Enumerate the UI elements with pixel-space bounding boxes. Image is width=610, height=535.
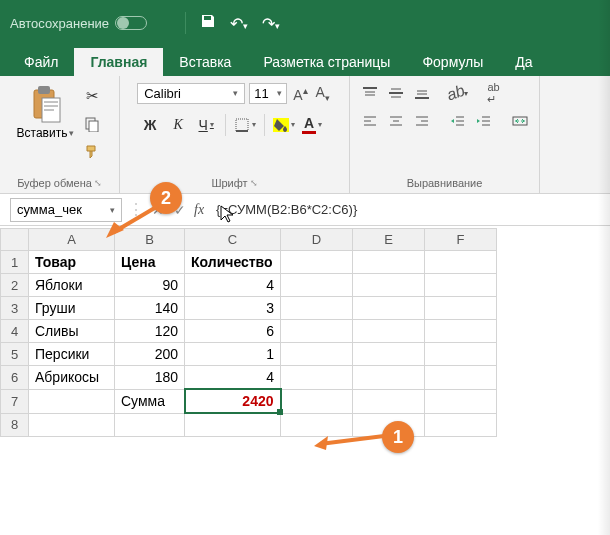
cell-C8[interactable] bbox=[185, 413, 281, 436]
col-header-C[interactable]: C bbox=[185, 229, 281, 251]
cell-C3[interactable]: 3 bbox=[185, 297, 281, 320]
border-button[interactable]: ▾ bbox=[232, 113, 258, 137]
cell-B8[interactable] bbox=[115, 413, 185, 436]
cell-F6[interactable] bbox=[425, 366, 497, 390]
dialog-launcher-icon[interactable]: ⤡ bbox=[250, 178, 258, 188]
tab-file[interactable]: Файл bbox=[8, 48, 74, 76]
cell-A5[interactable]: Персики bbox=[29, 343, 115, 366]
cell-C7[interactable]: 2420 bbox=[185, 389, 281, 413]
align-top-icon[interactable] bbox=[358, 82, 382, 104]
increase-indent-icon[interactable] bbox=[472, 110, 496, 132]
cell-B2[interactable]: 90 bbox=[115, 274, 185, 297]
row-header-5[interactable]: 5 bbox=[1, 343, 29, 366]
row-header-6[interactable]: 6 bbox=[1, 366, 29, 390]
font-size-select[interactable]: 11▾ bbox=[249, 83, 287, 104]
row-header-7[interactable]: 7 bbox=[1, 389, 29, 413]
cell-D6[interactable] bbox=[281, 366, 353, 390]
underline-button[interactable]: Ч▾ bbox=[193, 113, 219, 137]
cell-B5[interactable]: 200 bbox=[115, 343, 185, 366]
cell-F8[interactable] bbox=[425, 413, 497, 436]
cell-A6[interactable]: Абрикосы bbox=[29, 366, 115, 390]
bold-button[interactable]: Ж bbox=[137, 113, 163, 137]
cell-E2[interactable] bbox=[353, 274, 425, 297]
cell-A3[interactable]: Груши bbox=[29, 297, 115, 320]
cell-C2[interactable]: 4 bbox=[185, 274, 281, 297]
tab-data[interactable]: Да bbox=[499, 48, 548, 76]
cell-D7[interactable] bbox=[281, 389, 353, 413]
decrease-font-icon[interactable]: A▾ bbox=[314, 82, 332, 105]
formula-input[interactable]: {=СУММ(B2:B6*C2:C6)} bbox=[212, 200, 610, 219]
cell-D2[interactable] bbox=[281, 274, 353, 297]
tab-page-layout[interactable]: Разметка страницы bbox=[247, 48, 406, 76]
cell-B1[interactable]: Цена bbox=[115, 251, 185, 274]
align-middle-icon[interactable] bbox=[384, 82, 408, 104]
cell-E4[interactable] bbox=[353, 320, 425, 343]
cell-B6[interactable]: 180 bbox=[115, 366, 185, 390]
tab-home[interactable]: Главная bbox=[74, 48, 163, 76]
cell-A4[interactable]: Сливы bbox=[29, 320, 115, 343]
italic-button[interactable]: К bbox=[165, 113, 191, 137]
undo-icon[interactable]: ↶▾ bbox=[230, 14, 248, 33]
row-header-2[interactable]: 2 bbox=[1, 274, 29, 297]
align-left-icon[interactable] bbox=[358, 110, 382, 132]
cell-C1[interactable]: Количество bbox=[185, 251, 281, 274]
cell-E6[interactable] bbox=[353, 366, 425, 390]
autosave-toggle[interactable]: Автосохранение bbox=[10, 16, 147, 31]
merge-icon[interactable] bbox=[508, 110, 532, 132]
row-header-1[interactable]: 1 bbox=[1, 251, 29, 274]
cell-A8[interactable] bbox=[29, 413, 115, 436]
fx-icon[interactable]: fx bbox=[194, 202, 204, 218]
increase-font-icon[interactable]: A▴ bbox=[291, 83, 309, 105]
tab-insert[interactable]: Вставка bbox=[163, 48, 247, 76]
align-bottom-icon[interactable] bbox=[410, 82, 434, 104]
dialog-launcher-icon[interactable]: ⤡ bbox=[94, 178, 102, 188]
cut-icon[interactable]: ✂ bbox=[80, 84, 104, 108]
col-header-D[interactable]: D bbox=[281, 229, 353, 251]
cell-D5[interactable] bbox=[281, 343, 353, 366]
cell-B3[interactable]: 140 bbox=[115, 297, 185, 320]
decrease-indent-icon[interactable] bbox=[446, 110, 470, 132]
font-name-select[interactable]: Calibri▾ bbox=[137, 83, 245, 104]
tab-formulas[interactable]: Формулы bbox=[406, 48, 499, 76]
cell-C6[interactable]: 4 bbox=[185, 366, 281, 390]
cell-D3[interactable] bbox=[281, 297, 353, 320]
cell-F4[interactable] bbox=[425, 320, 497, 343]
spreadsheet-grid[interactable]: ABCDEF1ТоварЦенаКоличество2Яблоки9043Гру… bbox=[0, 228, 497, 437]
cell-A2[interactable]: Яблоки bbox=[29, 274, 115, 297]
cell-A1[interactable]: Товар bbox=[29, 251, 115, 274]
paste-button[interactable]: Вставить▾ bbox=[15, 82, 77, 164]
wrap-text-icon[interactable]: ab↵ bbox=[482, 82, 506, 104]
cell-E1[interactable] bbox=[353, 251, 425, 274]
font-color-button[interactable]: A▾ bbox=[299, 113, 325, 137]
select-all-corner[interactable] bbox=[1, 229, 29, 251]
cell-F1[interactable] bbox=[425, 251, 497, 274]
toggle-switch-icon[interactable] bbox=[115, 16, 147, 30]
cell-B4[interactable]: 120 bbox=[115, 320, 185, 343]
cell-F2[interactable] bbox=[425, 274, 497, 297]
col-header-E[interactable]: E bbox=[353, 229, 425, 251]
cell-F5[interactable] bbox=[425, 343, 497, 366]
orientation-icon[interactable]: ab▾ bbox=[446, 82, 470, 104]
fill-color-button[interactable]: ▾ bbox=[271, 113, 297, 137]
row-header-4[interactable]: 4 bbox=[1, 320, 29, 343]
cell-D1[interactable] bbox=[281, 251, 353, 274]
cell-F3[interactable] bbox=[425, 297, 497, 320]
format-painter-icon[interactable] bbox=[80, 140, 104, 164]
row-header-8[interactable]: 8 bbox=[1, 413, 29, 436]
cell-F7[interactable] bbox=[425, 389, 497, 413]
cell-C4[interactable]: 6 bbox=[185, 320, 281, 343]
row-header-3[interactable]: 3 bbox=[1, 297, 29, 320]
redo-icon[interactable]: ↷▾ bbox=[262, 14, 280, 33]
cell-C5[interactable]: 1 bbox=[185, 343, 281, 366]
cell-E5[interactable] bbox=[353, 343, 425, 366]
save-icon[interactable] bbox=[200, 13, 216, 33]
cell-E7[interactable] bbox=[353, 389, 425, 413]
copy-icon[interactable] bbox=[80, 112, 104, 136]
cell-B7[interactable]: Сумма bbox=[115, 389, 185, 413]
cell-A7[interactable] bbox=[29, 389, 115, 413]
cell-E3[interactable] bbox=[353, 297, 425, 320]
col-header-F[interactable]: F bbox=[425, 229, 497, 251]
cell-D4[interactable] bbox=[281, 320, 353, 343]
align-center-icon[interactable] bbox=[384, 110, 408, 132]
align-right-icon[interactable] bbox=[410, 110, 434, 132]
